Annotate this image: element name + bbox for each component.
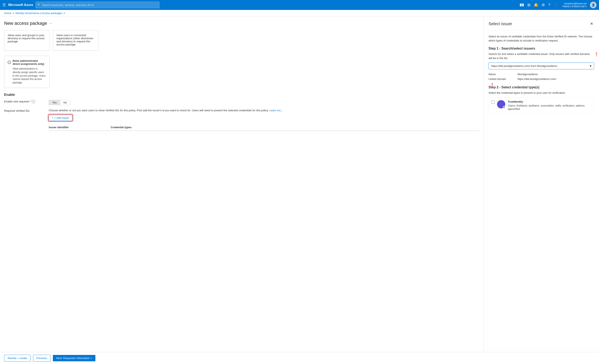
previous-button[interactable]: Previous	[33, 355, 51, 362]
avatar[interactable]: 👤	[590, 2, 597, 8]
option-cards: Allow users and groups in your directory…	[4, 30, 479, 51]
yes-button[interactable]: Yes	[49, 100, 60, 105]
review-create-button[interactable]: Review + create	[4, 355, 31, 362]
user-info: elmadmin@fimdev.net FIMDEV (FIMDEV.NET)	[562, 2, 587, 8]
option-card-connected[interactable]: Allow users in connected organizations (…	[53, 30, 98, 51]
breadcrumb: Home > Identity Governance | Access pack…	[0, 10, 599, 17]
learn-more-link[interactable]: Learn mo...	[269, 109, 283, 112]
step2-title: Step 2 - Select credential type(s)	[489, 86, 594, 89]
panel-close-button[interactable]: ✕	[589, 21, 594, 27]
name-value: Woodgrovedemo	[518, 73, 538, 76]
search-icon: 🔍	[37, 3, 41, 7]
required-star: *	[30, 100, 31, 103]
option-card-directory-text: Allow users and groups in your directory…	[8, 34, 46, 43]
user-email: elmadmin@fimdev.net	[564, 2, 587, 5]
issuer-dropdown-container[interactable]: https://did.woodgrovedemo.com/ from Wood…	[489, 62, 594, 69]
search-bar[interactable]: 🔍	[35, 2, 159, 8]
breadcrumb-home[interactable]: Home	[4, 12, 11, 15]
step1-title: Step 1 - Search/select issuers	[489, 47, 594, 50]
issuer-info: Name Woodgrovedemo Linked domain https:/…	[489, 73, 594, 80]
credential-icon: 👤	[497, 100, 505, 108]
option-card-directory[interactable]: Allow users and groups in your directory…	[4, 30, 50, 51]
enable-requests-label: Enable new requests * i	[4, 100, 45, 103]
breadcrumb-sep1: >	[13, 12, 14, 15]
panel-description: Select an issuer of verifiable credentia…	[489, 35, 594, 43]
panel-body: Select an issuer of verifiable credentia…	[484, 30, 599, 349]
admin-card-title: None (administrator direct assignments o…	[13, 59, 46, 65]
credential-claims: Claims: firstName, lastName, scanneddoc,…	[508, 104, 591, 111]
credential-item: 👤 TrueIdentity Claims: firstName, lastNa…	[489, 98, 594, 114]
next-button[interactable]: Next: Requestor Information >	[53, 355, 95, 361]
page-title: New access package	[4, 21, 47, 26]
main-layout: New access package ··· Allow users and g…	[0, 17, 599, 363]
hamburger-icon[interactable]: ☰	[2, 3, 6, 7]
page-title-area: New access package ···	[4, 21, 479, 26]
page-title-dots[interactable]: ···	[49, 21, 52, 26]
col-credential-types: Credential types	[111, 126, 479, 129]
step1-description: Search for and select a verifiable crede…	[489, 52, 594, 60]
linked-domain-value: https://did.woodgrovedemo.com/	[518, 77, 556, 80]
linked-domain-label: Linked domain	[489, 77, 518, 80]
issuer-dropdown[interactable]: https://did.woodgrovedemo.com/ from Wood…	[489, 62, 594, 69]
linked-domain-row: Linked domain https://did.woodgrovedemo.…	[489, 77, 594, 80]
user-tenant: FIMDEV (FIMDEV.NET)	[562, 5, 587, 8]
enable-section: Enable Enable new requests * i Yes No Re…	[4, 93, 479, 131]
red-arrow-issuer: ↑	[595, 50, 598, 58]
col-issuer-id: Issuer identifier	[49, 126, 111, 129]
user-panel-icon[interactable]: 👤	[553, 2, 559, 8]
credential-checkbox[interactable]	[491, 101, 494, 104]
credential-icon-person: 👤	[499, 102, 503, 106]
verified-ids-content: Choose whether or not you want users to …	[49, 108, 479, 131]
enable-requests-row: Enable new requests * i Yes No	[4, 100, 479, 105]
verified-ids-desc: Choose whether or not you want users to …	[49, 108, 479, 113]
enable-heading: Enable	[4, 93, 479, 97]
brand-name: Microsoft Azure	[8, 3, 33, 7]
plus-icon: +	[52, 116, 53, 119]
breadcrumb-sep2: >	[64, 12, 65, 15]
help-icon[interactable]: ?	[547, 2, 551, 8]
verified-ids-row: Required Verified IDs Choose whether or …	[4, 108, 479, 131]
panel-title: Select issuer	[489, 21, 512, 26]
no-button[interactable]: No	[60, 100, 70, 105]
table-header: Issuer identifier Credential types	[49, 124, 479, 131]
info-icon[interactable]: i	[32, 100, 35, 103]
name-row: Name Woodgrovedemo	[489, 73, 594, 76]
option-card-connected-text: Allow users in connected organizations (…	[56, 34, 95, 46]
admin-card-desc: Allow administrators to directly assign …	[13, 67, 46, 84]
verified-ids-label: Required Verified IDs	[4, 108, 45, 112]
add-issuer-button[interactable]: + + Add issuer	[49, 115, 72, 121]
bottom-bar: Review + create Previous Next: Requestor…	[0, 352, 599, 363]
yes-no-toggle: Yes No	[49, 100, 70, 105]
topnav: ☰ Microsoft Azure 🔍 📧 ⊞ 🔔 ⚙ ? 👤 elmadmin…	[0, 0, 599, 10]
breadcrumb-identity-governance[interactable]: Identity Governance | Access packages	[15, 12, 62, 15]
admin-radio[interactable]	[8, 61, 11, 64]
credential-item-container: 👤 TrueIdentity Claims: firstName, lastNa…	[489, 98, 594, 114]
admin-card-header: None (administrator direct assignments o…	[8, 59, 46, 65]
settings-icon[interactable]: ⚙	[541, 2, 546, 8]
name-label: Name	[489, 73, 518, 76]
nav-icons: 📧 ⊞ 🔔 ⚙ ? 👤 elmadmin@fimdev.net FIMDEV (…	[519, 2, 597, 8]
portal-icon[interactable]: ⊞	[527, 2, 531, 8]
search-input[interactable]	[42, 3, 158, 7]
admin-option-card[interactable]: None (administrator direct assignments o…	[4, 56, 50, 88]
feedback-icon[interactable]: 📧	[519, 2, 525, 8]
notifications-icon[interactable]: 🔔	[533, 2, 539, 8]
credential-verified-dot	[503, 106, 505, 108]
left-panel: New access package ··· Allow users and g…	[0, 17, 483, 363]
credential-info: TrueIdentity Claims: firstName, lastName…	[508, 100, 591, 111]
right-panel: Select issuer ✕ Select an issuer of veri…	[483, 17, 599, 363]
credential-name: TrueIdentity	[508, 100, 591, 103]
panel-header: Select issuer ✕	[484, 17, 599, 30]
step2-description: Select the credential types to present t…	[489, 91, 594, 95]
